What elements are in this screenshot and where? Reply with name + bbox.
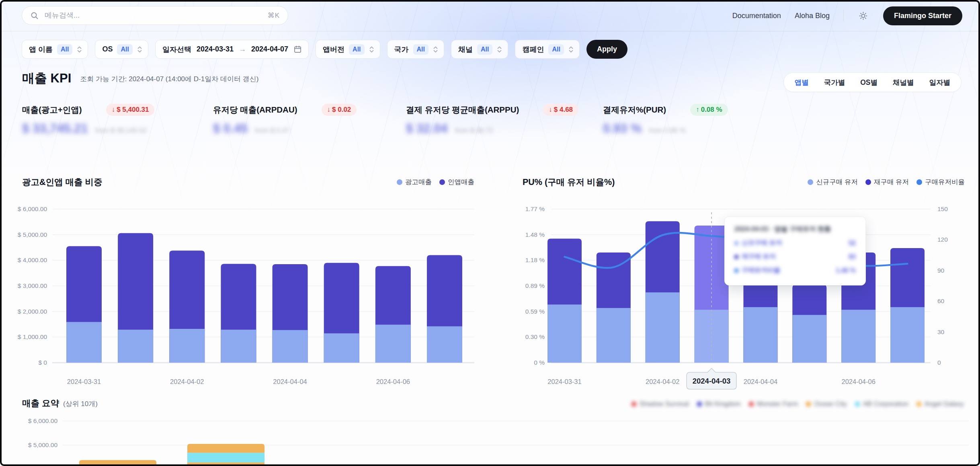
tab-by-channel[interactable]: 채널별 — [885, 78, 922, 87]
c3-partial-bar[interactable] — [79, 460, 156, 466]
legend-dot-icon — [808, 179, 813, 185]
c3-segment[interactable] — [187, 444, 264, 453]
kpi-title: 결제 유저당 평균매출(ARPPU) — [406, 104, 519, 115]
legend-item-blurred[interactable]: AB Corporation — [855, 400, 908, 408]
c2-bar-2024-04-05[interactable] — [792, 285, 826, 363]
kpi-value-blurred: $ 0.45 — [213, 121, 248, 136]
c2-new-segment[interactable] — [890, 307, 925, 363]
c1-bar-2024-04-03[interactable] — [221, 264, 256, 363]
theme-toggle-sun-icon[interactable] — [857, 10, 869, 22]
legend-item-new-buyers[interactable]: 신규구매 유저 — [808, 178, 858, 187]
legend-item-inapp-revenue[interactable]: 인앱매출 — [439, 178, 474, 187]
filter-os[interactable]: OS All — [95, 40, 148, 59]
c2-new-segment[interactable] — [547, 304, 582, 363]
c3-segment[interactable] — [187, 462, 264, 466]
c1-ytick: $ 3,000.00 — [18, 282, 47, 289]
c1-bar-2024-04-06[interactable] — [375, 266, 411, 363]
c1-ad-segment[interactable] — [427, 326, 462, 363]
c2-bar-2024-04-01[interactable] — [597, 253, 631, 363]
c2-ytick-right: 60 — [937, 298, 945, 304]
c1-ytick: $ 1,000.00 — [18, 333, 47, 340]
legend-dot-icon — [865, 179, 871, 185]
legend-item-blurred[interactable]: Bit Kingdom — [697, 400, 741, 408]
chart3-legend-blurred: Shadow Survival Bit Kingdom Monster Farm… — [631, 400, 964, 408]
kpi-value-blurred: $ 32.04 — [406, 121, 447, 136]
arrow-right-icon: → — [239, 45, 246, 53]
legend-item-blurred[interactable]: Ocean City — [806, 400, 847, 408]
c1-bar-2024-04-01[interactable] — [118, 233, 153, 363]
legend-item-blurred[interactable]: Shadow Survival — [631, 400, 689, 408]
tooltip-dot-icon — [734, 269, 738, 273]
c1-ytick: $ 4,000.00 — [18, 257, 47, 263]
filter-date-range[interactable]: 일자선택 2024-03-31 → 2024-04-07 — [155, 40, 309, 59]
c2-new-segment[interactable] — [646, 292, 680, 363]
filter-country[interactable]: 국가 All — [387, 40, 444, 59]
c2-ytick-left: 1.48 % — [525, 231, 545, 238]
chart3-title: 매출 요약 — [22, 397, 59, 409]
c1-bar-2024-04-05[interactable] — [324, 263, 359, 363]
c2-new-segment[interactable] — [597, 308, 631, 363]
c1-ad-segment[interactable] — [169, 329, 205, 363]
tooltip-row: 재구매 유저 83 — [734, 253, 856, 261]
tab-by-country[interactable]: 국가별 — [816, 78, 853, 87]
tooltip-row: 신규구매 유저 52 — [734, 239, 856, 247]
arrow-down-icon: ↓ — [112, 106, 115, 114]
filter-app-name[interactable]: 앱 이름 All — [22, 40, 88, 59]
c1-ad-segment[interactable] — [273, 330, 308, 363]
flamingo-starter-button[interactable]: Flamingo Starter — [883, 6, 962, 25]
legend-item-blurred[interactable]: Angel Galaxy — [916, 400, 964, 408]
c1-bar-2024-04-02[interactable] — [169, 250, 205, 363]
legend-item-buyer-ratio[interactable]: 구매유저비율 — [916, 178, 965, 187]
c2-new-segment[interactable] — [792, 315, 826, 363]
chart1-header: 광고&인앱 매출 비중 광고매출 인앱매출 — [22, 176, 474, 188]
c1-ad-segment[interactable] — [324, 333, 359, 363]
c2-ytick-left: 0.30 % — [525, 333, 545, 340]
c2-ytick-left: 1.77 % — [525, 205, 545, 212]
kpi-delta-badge: ↓$ 5,400.31 — [106, 104, 155, 116]
c1-ad-segment[interactable] — [221, 330, 256, 363]
c3-segment[interactable] — [79, 460, 156, 466]
kpi-subvalue-blurred: from $ 0.47 — [255, 127, 289, 135]
tooltip-dot-icon — [734, 241, 738, 245]
chart-ad-inapp-revenue[interactable]: $ 6,000.00$ 5,000.00$ 4,000.00$ 3,000.00… — [22, 203, 476, 396]
filter-value-badge: All — [548, 44, 564, 55]
menu-search[interactable]: ⌘K — [22, 6, 288, 25]
apply-button[interactable]: Apply — [586, 40, 627, 59]
c3-partial-bar[interactable] — [187, 444, 264, 466]
c2-new-segment[interactable] — [743, 307, 777, 363]
search-input[interactable] — [44, 11, 263, 20]
chart-revenue-summary-partial[interactable]: $ 6,000.00$ 5,000.00 — [22, 416, 971, 466]
filter-app-version[interactable]: 앱버전 All — [316, 40, 380, 59]
legend-item-repeat-buyers[interactable]: 재구매 유저 — [865, 178, 909, 187]
legend-item-blurred[interactable]: Monster Farm — [748, 400, 798, 408]
c1-ad-segment[interactable] — [118, 330, 153, 363]
c1-bar-2024-04-04[interactable] — [273, 264, 308, 363]
tab-by-date[interactable]: 일자별 — [922, 78, 958, 87]
filter-campaign[interactable]: 캠페인 All — [515, 40, 579, 59]
c2-ytick-left: 0 % — [534, 359, 545, 366]
header-right-cluster: Documentation Aloha Blog Flamingo Starte… — [732, 0, 962, 31]
filter-bar: 앱 이름 All OS All 일자선택 2024-03-31 → 2024-0… — [22, 40, 964, 59]
kpi-subvalue-blurred: from 0.85 % — [649, 127, 686, 135]
c1-bar-2024-04-07[interactable] — [427, 255, 462, 363]
tab-by-os[interactable]: OS별 — [853, 78, 885, 87]
filter-channel[interactable]: 채널 All — [451, 40, 508, 59]
kpi-card-arppu: 결제 유저당 평균매출(ARPPU) ↓$ 4.68 $ 32.04 from … — [406, 104, 578, 136]
c2-new-segment[interactable] — [841, 310, 875, 363]
chart3-title-suffix: (상위 10개) — [63, 399, 98, 409]
documentation-link[interactable]: Documentation — [732, 12, 781, 20]
c1-bar-2024-03-31[interactable] — [66, 246, 102, 363]
legend-item-ad-revenue[interactable]: 광고매출 — [397, 178, 432, 187]
c2-xtick: 2024-04-04 — [744, 378, 777, 385]
kpi-value-blurred: 0.93 % — [603, 121, 642, 136]
c1-ad-segment[interactable] — [375, 324, 411, 363]
chevron-updown-icon — [497, 45, 502, 53]
dashboard-screen: ⌘K Documentation Aloha Blog Flamingo Sta… — [0, 0, 980, 466]
tab-by-app[interactable]: 앱별 — [787, 78, 816, 87]
c3-segment[interactable] — [187, 453, 264, 462]
aloha-blog-link[interactable]: Aloha Blog — [795, 12, 830, 20]
chart1-title: 광고&인앱 매출 비중 — [22, 176, 102, 188]
c1-ad-segment[interactable] — [66, 322, 102, 363]
search-shortcut: ⌘K — [268, 11, 280, 20]
arrow-down-icon: ↓ — [327, 106, 331, 114]
